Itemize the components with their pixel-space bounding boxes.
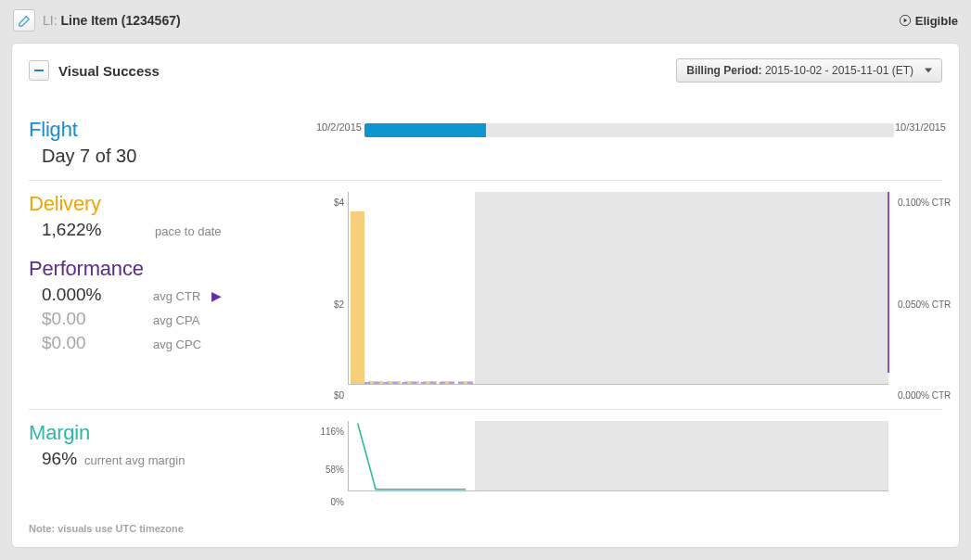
metric-value: $0.00 bbox=[42, 309, 153, 329]
axis-tick: 0% bbox=[316, 497, 344, 507]
axis-tick: 0.000% CTR bbox=[892, 390, 957, 401]
right-axis-line bbox=[888, 192, 889, 373]
performance-metric-row: $0.00avg CPC bbox=[42, 333, 298, 353]
axis-tick: $4 bbox=[316, 197, 344, 208]
header-bar: LI: Line Item (1234567) Eligible bbox=[6, 6, 965, 35]
timezone-note: Note: visuals use UTC timezone bbox=[29, 523, 942, 534]
margin-line bbox=[358, 424, 466, 490]
metric-label: avg CPC bbox=[153, 337, 201, 351]
flight-section: Flight Day 7 of 30 10/2/2015 10/31/2015 bbox=[29, 107, 942, 180]
delivery-value: 1,622% bbox=[42, 220, 153, 240]
axis-tick: $0 bbox=[316, 390, 344, 401]
delivery-performance-chart: $4 $2 $0 0.100% CTR 0.050% CTR 0.000% CT… bbox=[316, 192, 942, 396]
margin-value-label: current avg margin bbox=[84, 453, 185, 467]
edit-line-item-button[interactable] bbox=[13, 9, 35, 32]
delivery-performance-section: Delivery 1,622% pace to date Performance… bbox=[29, 180, 942, 409]
collapse-button[interactable] bbox=[29, 60, 49, 81]
future-shade bbox=[475, 192, 888, 384]
margin-section: Margin 96% current avg margin 116% 58% 0… bbox=[29, 409, 942, 510]
svg-rect-1 bbox=[34, 70, 44, 71]
performance-title: Performance bbox=[29, 257, 298, 281]
margin-title: Margin bbox=[29, 421, 298, 445]
metric-label: avg CTR bbox=[153, 289, 200, 303]
edit-icon bbox=[18, 14, 32, 28]
metric-label: avg CPA bbox=[153, 313, 199, 327]
metric-value: 0.000% bbox=[42, 285, 153, 305]
axis-tick: 0.050% CTR bbox=[892, 299, 957, 310]
delivery-title: Delivery bbox=[29, 192, 298, 216]
status-pill: Eligible bbox=[899, 14, 958, 28]
section-title: Visual Success bbox=[58, 63, 160, 79]
performance-metric-row: 0.000%avg CTR▶ bbox=[42, 285, 298, 305]
performance-metric-row: $0.00avg CPA bbox=[42, 309, 298, 329]
performance-line bbox=[364, 382, 472, 384]
flight-start-date: 10/2/2015 bbox=[316, 121, 362, 133]
flight-end-date: 10/31/2015 bbox=[895, 121, 946, 133]
minus-icon bbox=[34, 66, 44, 75]
flight-title: Flight bbox=[29, 118, 298, 142]
axis-tick: 116% bbox=[316, 426, 344, 437]
chevron-down-icon bbox=[925, 69, 932, 73]
flight-progress-chart: 10/2/2015 10/31/2015 bbox=[316, 118, 942, 167]
play-arrow-icon[interactable]: ▶ bbox=[211, 288, 222, 303]
margin-value: 96% bbox=[42, 449, 77, 469]
visual-success-panel: Visual Success Billing Period: 2015-10-0… bbox=[11, 43, 960, 548]
axis-tick: 58% bbox=[316, 465, 344, 475]
play-circle-icon bbox=[899, 14, 912, 27]
flight-progress-fill bbox=[364, 123, 486, 137]
delivery-bar bbox=[351, 211, 365, 384]
page-title: LI: Line Item (1234567) bbox=[43, 13, 181, 28]
billing-period-dropdown[interactable]: Billing Period: 2015-10-02 - 2015-11-01 … bbox=[676, 58, 942, 83]
axis-tick: 0.100% CTR bbox=[892, 197, 957, 208]
margin-chart: 116% 58% 0% bbox=[316, 421, 942, 497]
axis-tick: $2 bbox=[316, 299, 344, 310]
metric-value: $0.00 bbox=[42, 333, 153, 353]
flight-subtitle: Day 7 of 30 bbox=[42, 146, 298, 167]
delivery-value-label: pace to date bbox=[155, 224, 222, 238]
